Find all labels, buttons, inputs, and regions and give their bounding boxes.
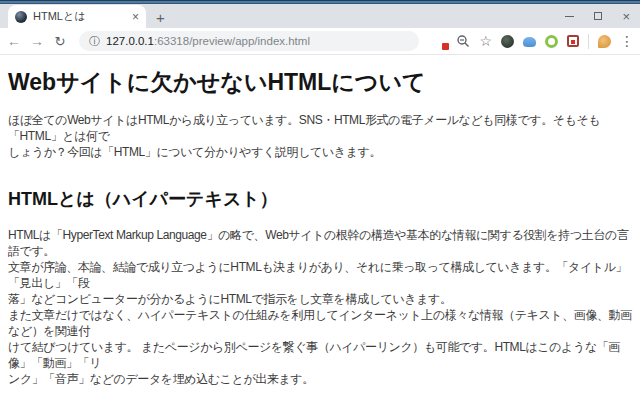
- browser-toolbar: ← → ↻ ⓘ 127.0.0.1:63318/preview/app/inde…: [0, 28, 640, 55]
- url-text: 127.0.0.1:63318/preview/app/index.html: [106, 35, 310, 47]
- tab-close-icon[interactable]: ×: [132, 11, 139, 23]
- url-path: :63318/preview/app/index.html: [154, 35, 310, 47]
- url-host: 127.0.0.1: [106, 35, 154, 47]
- bookmark-star-icon[interactable]: ☆: [479, 34, 492, 48]
- reload-icon[interactable]: ↻: [52, 35, 68, 48]
- minimize-button[interactable]: [565, 16, 574, 17]
- toolbar-actions: ☆ ⋮: [430, 34, 634, 49]
- section-heading: HTMLとは（ハイパーテキスト）: [8, 187, 636, 211]
- page-title: Webサイトに欠かせないHTMLについて: [8, 67, 636, 98]
- extension-dark-circle-icon[interactable]: [501, 35, 514, 48]
- forward-icon[interactable]: →: [29, 34, 45, 48]
- extension-green-ring-icon[interactable]: [545, 35, 558, 48]
- window-controls: ×: [565, 4, 630, 28]
- maximize-button[interactable]: [594, 12, 602, 20]
- body-paragraph: HTMLは「HyperText Markup Language」の略で、Webサ…: [8, 227, 636, 387]
- extension-badge-icon[interactable]: [434, 35, 447, 48]
- toolbar-separator: [588, 34, 589, 49]
- browser-menu-icon[interactable]: ⋮: [620, 34, 634, 48]
- window-close-button[interactable]: ×: [622, 10, 630, 23]
- zoom-icon[interactable]: [456, 34, 470, 48]
- browser-tab[interactable]: HTMLとは ×: [8, 5, 146, 28]
- new-tab-button[interactable]: +: [156, 10, 165, 25]
- notification-badge: [442, 43, 449, 50]
- intro-paragraph: ほぼ全てのWebサイトはHTMLから成り立っています。SNS・HTML形式の電子…: [8, 112, 636, 160]
- tab-title: HTMLとは: [33, 9, 126, 24]
- extension-red-square-icon[interactable]: [567, 35, 579, 47]
- tab-strip: HTMLとは × + ×: [0, 4, 640, 28]
- web-page-content: Webサイトに欠かせないHTMLについて ほぼ全てのWebサイトはHTMLから成…: [0, 55, 640, 400]
- tab-favicon-icon: [15, 11, 27, 23]
- browser-window: HTMLとは × + × ← → ↻ ⓘ 127.0.0.1:63318/pre…: [0, 0, 640, 400]
- back-icon[interactable]: ←: [6, 34, 22, 48]
- extension-orange-icon[interactable]: [598, 35, 611, 48]
- site-info-icon[interactable]: ⓘ: [89, 36, 100, 47]
- extension-cloud-icon[interactable]: [523, 37, 536, 47]
- address-bar[interactable]: ⓘ 127.0.0.1:63318/preview/app/index.html: [79, 31, 419, 51]
